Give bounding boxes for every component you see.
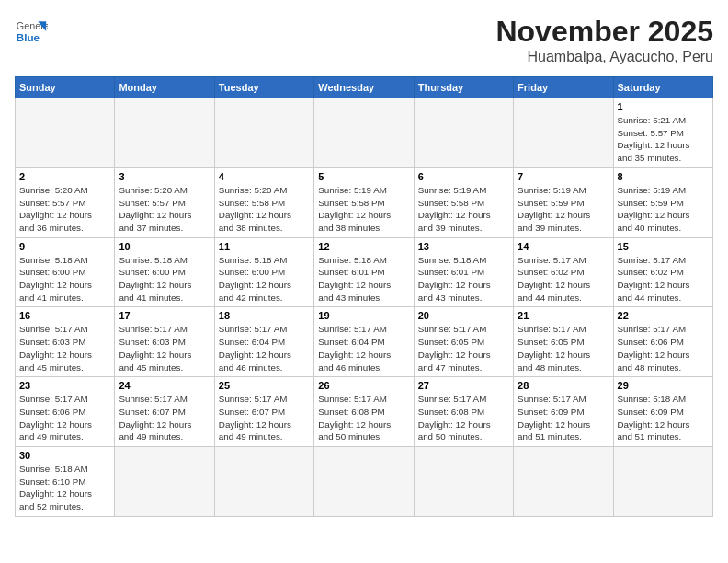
- day-number: 25: [219, 380, 310, 391]
- day-info: Sunrise: 5:17 AM Sunset: 6:07 PM Dayligh…: [219, 393, 310, 443]
- day-number: 27: [418, 380, 509, 391]
- weekday-header-monday: Monday: [115, 77, 214, 98]
- calendar-cell: 11Sunrise: 5:18 AM Sunset: 6:00 PM Dayli…: [214, 237, 313, 307]
- day-number: 5: [318, 171, 409, 182]
- day-info: Sunrise: 5:19 AM Sunset: 5:58 PM Dayligh…: [418, 184, 509, 235]
- calendar-cell: 5Sunrise: 5:19 AM Sunset: 5:58 PM Daylig…: [314, 167, 414, 237]
- day-number: 4: [219, 171, 310, 182]
- calendar-cell: [414, 98, 513, 168]
- day-number: 30: [19, 450, 110, 461]
- day-number: 14: [518, 241, 609, 252]
- calendar-table: SundayMondayTuesdayWednesdayThursdayFrid…: [15, 76, 713, 517]
- calendar-cell: [414, 447, 513, 517]
- day-info: Sunrise: 5:20 AM Sunset: 5:57 PM Dayligh…: [119, 184, 210, 235]
- calendar-cell: 30Sunrise: 5:18 AM Sunset: 6:10 PM Dayli…: [16, 447, 115, 517]
- day-info: Sunrise: 5:18 AM Sunset: 6:01 PM Dayligh…: [418, 254, 509, 304]
- day-info: Sunrise: 5:18 AM Sunset: 6:00 PM Dayligh…: [19, 254, 110, 304]
- day-info: Sunrise: 5:20 AM Sunset: 5:57 PM Dayligh…: [19, 184, 110, 235]
- calendar-cell: 20Sunrise: 5:17 AM Sunset: 6:05 PM Dayli…: [414, 307, 513, 377]
- day-info: Sunrise: 5:18 AM Sunset: 6:00 PM Dayligh…: [219, 254, 310, 304]
- day-number: 29: [618, 380, 709, 391]
- calendar-cell: 27Sunrise: 5:17 AM Sunset: 6:08 PM Dayli…: [414, 377, 513, 447]
- day-info: Sunrise: 5:17 AM Sunset: 6:08 PM Dayligh…: [418, 393, 509, 443]
- calendar-cell: 23Sunrise: 5:17 AM Sunset: 6:06 PM Dayli…: [16, 377, 115, 447]
- calendar-week-row: 1Sunrise: 5:21 AM Sunset: 5:57 PM Daylig…: [16, 98, 713, 168]
- day-number: 8: [618, 171, 709, 182]
- calendar-cell: 16Sunrise: 5:17 AM Sunset: 6:03 PM Dayli…: [16, 307, 115, 377]
- calendar-cell: 24Sunrise: 5:17 AM Sunset: 6:07 PM Dayli…: [115, 377, 214, 447]
- calendar-cell: 1Sunrise: 5:21 AM Sunset: 5:57 PM Daylig…: [613, 98, 712, 168]
- weekday-header-saturday: Saturday: [613, 77, 712, 98]
- calendar-cell: 6Sunrise: 5:19 AM Sunset: 5:58 PM Daylig…: [414, 167, 513, 237]
- calendar-header-row: SundayMondayTuesdayWednesdayThursdayFrid…: [16, 77, 713, 98]
- calendar-cell: [214, 98, 313, 168]
- calendar-cell: [314, 98, 414, 168]
- day-number: 23: [19, 380, 110, 391]
- day-number: 18: [219, 310, 310, 321]
- calendar-cell: 26Sunrise: 5:17 AM Sunset: 6:08 PM Dayli…: [314, 377, 414, 447]
- calendar-cell: 28Sunrise: 5:17 AM Sunset: 6:09 PM Dayli…: [514, 377, 613, 447]
- calendar-cell: 18Sunrise: 5:17 AM Sunset: 6:04 PM Dayli…: [214, 307, 313, 377]
- day-info: Sunrise: 5:17 AM Sunset: 6:03 PM Dayligh…: [119, 323, 210, 373]
- day-number: 13: [418, 241, 509, 252]
- calendar-week-row: 16Sunrise: 5:17 AM Sunset: 6:03 PM Dayli…: [16, 307, 713, 377]
- day-info: Sunrise: 5:17 AM Sunset: 6:02 PM Dayligh…: [618, 254, 709, 304]
- calendar-cell: 21Sunrise: 5:17 AM Sunset: 6:05 PM Dayli…: [514, 307, 613, 377]
- calendar-cell: 15Sunrise: 5:17 AM Sunset: 6:02 PM Dayli…: [613, 237, 712, 307]
- day-info: Sunrise: 5:18 AM Sunset: 6:00 PM Dayligh…: [119, 254, 210, 304]
- day-info: Sunrise: 5:17 AM Sunset: 6:05 PM Dayligh…: [518, 323, 609, 373]
- calendar-cell: 2Sunrise: 5:20 AM Sunset: 5:57 PM Daylig…: [16, 167, 115, 237]
- day-info: Sunrise: 5:19 AM Sunset: 5:59 PM Dayligh…: [518, 184, 609, 235]
- day-info: Sunrise: 5:18 AM Sunset: 6:01 PM Dayligh…: [318, 254, 409, 304]
- day-number: 21: [518, 310, 609, 321]
- day-info: Sunrise: 5:17 AM Sunset: 6:08 PM Dayligh…: [318, 393, 409, 443]
- svg-text:Blue: Blue: [17, 31, 40, 43]
- calendar-week-row: 2Sunrise: 5:20 AM Sunset: 5:57 PM Daylig…: [16, 167, 713, 237]
- day-number: 16: [19, 310, 110, 321]
- weekday-header-thursday: Thursday: [414, 77, 513, 98]
- calendar-cell: 8Sunrise: 5:19 AM Sunset: 5:59 PM Daylig…: [613, 167, 712, 237]
- page-subtitle: Huambalpa, Ayacucho, Peru: [495, 49, 713, 65]
- day-info: Sunrise: 5:19 AM Sunset: 5:59 PM Dayligh…: [618, 184, 709, 235]
- calendar-cell: 22Sunrise: 5:17 AM Sunset: 6:06 PM Dayli…: [613, 307, 712, 377]
- day-info: Sunrise: 5:19 AM Sunset: 5:58 PM Dayligh…: [318, 184, 409, 235]
- day-number: 12: [318, 241, 409, 252]
- day-number: 20: [418, 310, 509, 321]
- day-number: 3: [119, 171, 210, 182]
- day-info: Sunrise: 5:17 AM Sunset: 6:07 PM Dayligh…: [119, 393, 210, 443]
- calendar-cell: 3Sunrise: 5:20 AM Sunset: 5:57 PM Daylig…: [115, 167, 214, 237]
- day-number: 11: [219, 241, 310, 252]
- calendar-cell: 14Sunrise: 5:17 AM Sunset: 6:02 PM Dayli…: [514, 237, 613, 307]
- calendar-cell: 7Sunrise: 5:19 AM Sunset: 5:59 PM Daylig…: [514, 167, 613, 237]
- day-number: 9: [19, 241, 110, 252]
- calendar-cell: [314, 447, 414, 517]
- day-number: 15: [618, 241, 709, 252]
- calendar-cell: 29Sunrise: 5:18 AM Sunset: 6:09 PM Dayli…: [613, 377, 712, 447]
- calendar-cell: [613, 447, 712, 517]
- calendar-cell: 12Sunrise: 5:18 AM Sunset: 6:01 PM Dayli…: [314, 237, 414, 307]
- weekday-header-sunday: Sunday: [16, 77, 115, 98]
- logo: General Blue: [15, 15, 48, 48]
- calendar-cell: [115, 447, 214, 517]
- calendar-cell: 10Sunrise: 5:18 AM Sunset: 6:00 PM Dayli…: [115, 237, 214, 307]
- day-info: Sunrise: 5:17 AM Sunset: 6:06 PM Dayligh…: [618, 323, 709, 373]
- header: General Blue November 2025 Huambalpa, Ay…: [15, 15, 713, 65]
- calendar-week-row: 9Sunrise: 5:18 AM Sunset: 6:00 PM Daylig…: [16, 237, 713, 307]
- weekday-header-wednesday: Wednesday: [314, 77, 414, 98]
- calendar-cell: [514, 447, 613, 517]
- day-number: 24: [119, 380, 210, 391]
- calendar-cell: 17Sunrise: 5:17 AM Sunset: 6:03 PM Dayli…: [115, 307, 214, 377]
- calendar-cell: [214, 447, 313, 517]
- day-number: 2: [19, 171, 110, 182]
- day-number: 6: [418, 171, 509, 182]
- calendar-week-row: 30Sunrise: 5:18 AM Sunset: 6:10 PM Dayli…: [16, 447, 713, 517]
- day-info: Sunrise: 5:20 AM Sunset: 5:58 PM Dayligh…: [219, 184, 310, 235]
- calendar-cell: [115, 98, 214, 168]
- day-info: Sunrise: 5:18 AM Sunset: 6:10 PM Dayligh…: [19, 463, 110, 513]
- day-number: 19: [318, 310, 409, 321]
- day-info: Sunrise: 5:17 AM Sunset: 6:09 PM Dayligh…: [518, 393, 609, 443]
- calendar-cell: [16, 98, 115, 168]
- day-info: Sunrise: 5:18 AM Sunset: 6:09 PM Dayligh…: [618, 393, 709, 443]
- title-block: November 2025 Huambalpa, Ayacucho, Peru: [495, 15, 713, 65]
- day-number: 1: [618, 101, 709, 112]
